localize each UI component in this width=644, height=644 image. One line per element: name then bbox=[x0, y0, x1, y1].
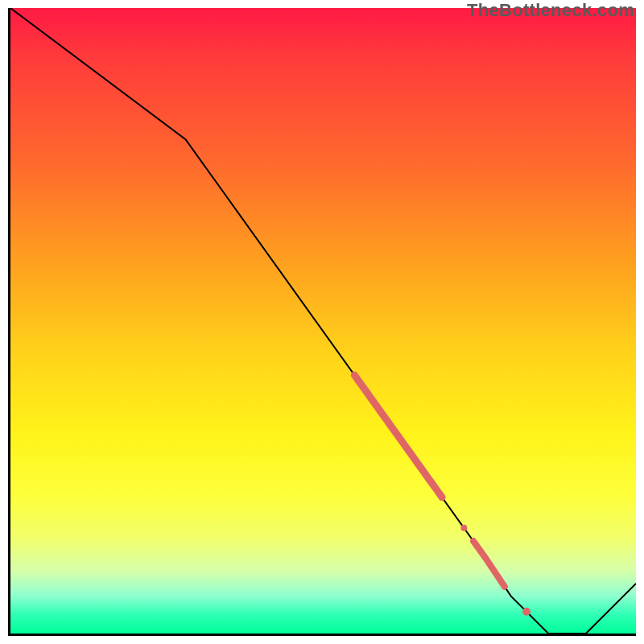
dot-1 bbox=[460, 525, 467, 531]
chart-container: TheBottleneck.com bbox=[0, 0, 644, 644]
thick-segment-2 bbox=[473, 541, 505, 587]
watermark-text: TheBottleneck.com bbox=[467, 0, 634, 21]
dot-2 bbox=[522, 608, 530, 616]
chart-svg bbox=[10, 8, 636, 634]
plot-area bbox=[8, 8, 636, 636]
bottleneck-curve bbox=[10, 8, 636, 634]
thick-segment-1 bbox=[354, 375, 442, 497]
